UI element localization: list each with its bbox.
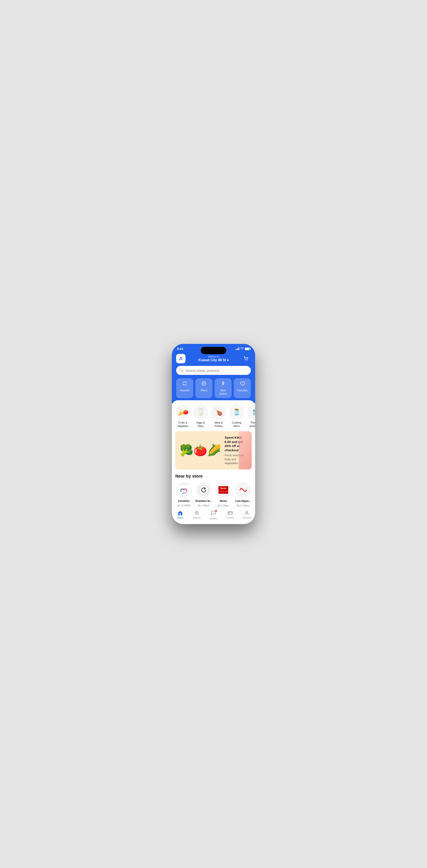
location-chevron: ▾ <box>227 358 228 362</box>
best-sellers-label: BestSellers <box>219 389 227 396</box>
signal-icon <box>236 347 239 350</box>
search-icon <box>180 369 183 372</box>
category-eggs-icon: 🥛 <box>193 405 208 420</box>
location-display[interactable]: Kuwait City 48 St ▾ <box>199 358 228 362</box>
dynamic-island <box>201 347 226 354</box>
svg-rect-16 <box>180 513 181 515</box>
svg-text:All that you need.: All that you need. <box>218 491 228 492</box>
store-nesto-logo: Nesto All that you need. <box>215 482 231 498</box>
category-eggs[interactable]: 🥛 Eggs &Diary <box>193 405 208 428</box>
stores-row-1: كارفور Carrefour By 12:30PM <box>175 482 252 507</box>
best-sellers-button[interactable]: BestSellers <box>215 378 232 398</box>
nav-credits-label: Credits <box>226 517 234 519</box>
nav-home-label: Home <box>177 517 183 519</box>
status-time: 9:41 <box>177 347 183 350</box>
deliver-to-label: Deliver to <box>199 355 228 358</box>
store-grandios[interactable]: Grandios St... By 1:00pm <box>195 482 212 507</box>
favorites-label: Favorites <box>237 389 247 392</box>
svg-rect-0 <box>178 355 184 362</box>
phone-screen: 9:41 <box>172 344 255 524</box>
category-cooking-label: CookingItems <box>232 421 241 428</box>
location-text: Kuwait City 48 St <box>199 358 226 362</box>
svg-point-20 <box>246 511 248 513</box>
phone-frame: 9:41 <box>172 344 255 524</box>
category-eggs-label: Eggs &Diary <box>196 421 205 428</box>
nav-browse-label: Browse <box>193 517 201 519</box>
category-cooking-icon: 🫙 <box>229 405 244 420</box>
header: Deliver to Kuwait City 48 St ▾ <box>172 352 255 403</box>
category-fruits[interactable]: 🍌 🍅 Fruits &Vegtables <box>175 405 190 428</box>
favorites-button[interactable]: Favorites <box>234 378 251 398</box>
svg-rect-18 <box>228 512 232 515</box>
orders-badge-dot <box>215 510 217 512</box>
main-content: 🍌 🍅 Fruits &Vegtables 🥛 Eggs &Diary 🍗 <box>172 400 255 524</box>
nav-orders-label: Orders <box>210 517 217 520</box>
search-input[interactable] <box>186 369 247 372</box>
nav-account-label: Account <box>243 517 251 519</box>
promo-section: 🥦🍅🌽 Spent KWD 6.00 and get 20% off at ch… <box>172 431 255 474</box>
nav-orders[interactable]: Orders <box>205 509 222 521</box>
account-icon <box>244 510 249 516</box>
offers-button[interactable]: Offers <box>195 378 212 398</box>
svg-rect-19 <box>228 514 230 514</box>
category-plastic-label: Plasticproducts <box>250 421 255 428</box>
delivery-info[interactable]: Deliver to Kuwait City 48 St ▾ <box>199 355 228 362</box>
offers-label: Offers <box>201 389 207 392</box>
reorder-button[interactable]: Reorder <box>176 378 193 398</box>
store-grandios-time: By 1:00pm <box>198 504 209 507</box>
category-cooking[interactable]: 🫙 CookingItems <box>229 405 244 428</box>
store-nesto-time: By 2:30pm <box>218 504 229 507</box>
category-plastic[interactable]: 🥤 Plasticproducts <box>247 405 255 428</box>
favorites-icon <box>240 381 245 387</box>
store-nesto[interactable]: Nesto All that you need. Nesto By 2:30pm <box>215 482 232 507</box>
status-icons <box>236 347 250 350</box>
cart-button[interactable] <box>241 354 251 363</box>
store-grandios-logo <box>196 482 212 498</box>
category-fruits-label: Fruits &Vegtables <box>177 421 188 428</box>
browse-icon <box>194 510 200 516</box>
category-fruits-icon: 🍌 🍅 <box>175 405 190 420</box>
category-meat-icon: 🍗 <box>211 405 226 420</box>
orders-badge <box>211 510 216 517</box>
quick-actions: Reorder Offers <box>176 378 251 398</box>
store-carrefour[interactable]: كارفور Carrefour By 12:30PM <box>175 482 192 507</box>
nav-credits[interactable]: Credits <box>222 509 239 521</box>
svg-point-1 <box>245 360 246 361</box>
nav-account[interactable]: Account <box>239 509 255 521</box>
category-plastic-icon: 🥤 <box>247 405 255 420</box>
store-lulu-name: Lulu Hyper... <box>236 499 251 502</box>
categories-row: 🍌 🍅 Fruits &Vegtables 🥛 Eggs &Diary 🍗 <box>172 400 255 431</box>
nearby-section-title: Near by store <box>175 474 252 478</box>
search-bar[interactable] <box>176 366 251 375</box>
reorder-label: Reorder <box>180 389 189 392</box>
credits-icon <box>227 510 233 516</box>
offers-icon <box>201 381 207 387</box>
promo-image: 🥦🍅🌽 <box>180 444 221 457</box>
store-carrefour-logo: كارفور <box>176 482 192 498</box>
promo-banner[interactable]: 🥦🍅🌽 Spent KWD 6.00 and get 20% off at ch… <box>175 431 252 469</box>
nav-home[interactable]: Home <box>172 509 188 521</box>
store-grandios-name: Grandios St... <box>195 499 212 502</box>
svg-point-7 <box>199 485 208 495</box>
reorder-icon <box>182 381 187 387</box>
nav-browse[interactable]: Browse <box>188 509 205 521</box>
store-lulu-time: By 11:45pm <box>237 504 249 507</box>
battery-icon <box>245 347 250 350</box>
bottom-nav: Home Browse Orders <box>172 508 255 524</box>
app-logo[interactable] <box>176 354 186 363</box>
category-meat-label: Meat &Poultry <box>215 421 223 428</box>
svg-point-2 <box>247 360 248 361</box>
store-nesto-name: Nesto <box>220 499 227 502</box>
svg-text:Nesto: Nesto <box>220 487 226 490</box>
wifi-icon <box>240 347 244 350</box>
store-carrefour-name: Carrefour <box>178 499 190 502</box>
best-sellers-icon <box>220 381 226 387</box>
home-icon <box>178 510 183 516</box>
store-lulu-logo <box>235 482 251 498</box>
svg-text:كارفور: كارفور <box>182 492 186 494</box>
category-meat[interactable]: 🍗 Meat &Poultry <box>211 405 226 428</box>
store-lulu[interactable]: Lulu Hyper... By 11:45pm <box>235 482 252 507</box>
store-carrefour-time: By 12:30PM <box>177 504 190 507</box>
